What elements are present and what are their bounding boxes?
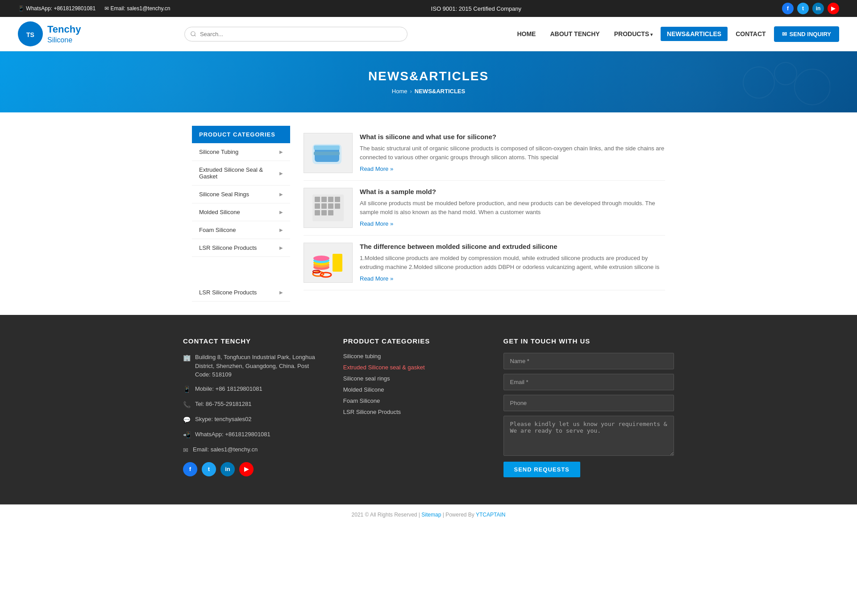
form-name-input[interactable] <box>503 353 674 369</box>
article-excerpt: 1.Molded silicone products are molded by… <box>360 254 665 271</box>
whatsapp-icon: 📲 <box>183 430 191 440</box>
footer-skype-row: 💬 Skype: tenchysales02 <box>183 415 325 425</box>
footer-contact-title: CONTACT TENCHY <box>183 337 325 345</box>
read-more-link[interactable]: Read More » <box>360 220 393 227</box>
footer-mobile-row: 📱 Mobile: +86 18129801081 <box>183 384 325 394</box>
nav-products[interactable]: PRODUCTS <box>608 27 659 41</box>
chevron-right-icon: ▶ <box>279 245 283 250</box>
footer-product-link-lsr[interactable]: LSR Silicone Products <box>343 409 486 415</box>
linkedin-icon[interactable]: in <box>812 3 824 14</box>
chevron-right-icon: ▶ <box>279 290 283 295</box>
email-icon: ✉ <box>183 446 188 455</box>
form-phone-input[interactable] <box>503 395 674 411</box>
search-container <box>184 27 408 41</box>
nav-about[interactable]: ABOUT TENCHY <box>544 27 606 41</box>
article-item: What is a sample mold? All silicone prod… <box>304 181 665 236</box>
search-input[interactable] <box>184 27 408 41</box>
footer-grid: CONTACT TENCHY 🏢 Building 8, Tongfucun I… <box>183 337 674 477</box>
footer-linkedin-icon[interactable]: in <box>220 462 235 476</box>
twitter-icon[interactable]: t <box>797 3 809 14</box>
article-title: What is silicone and what use for silico… <box>360 133 665 141</box>
article-image <box>304 243 353 283</box>
footer-email-row: ✉ Email: sales1@tenchy.cn <box>183 445 325 455</box>
youtube-icon[interactable]: ▶ <box>828 3 839 14</box>
chevron-right-icon: ▶ <box>279 227 283 232</box>
sidebar-item-silicone-tubing[interactable]: Silicone Tubing ▶ <box>192 143 290 161</box>
contact-form: SEND REQUESTS <box>503 353 674 477</box>
article-excerpt: The basic structural unit of organic sil… <box>360 144 665 161</box>
sidebar-item-seal-rings[interactable]: Silicone Seal Rings ▶ <box>192 186 290 203</box>
send-requests-button[interactable]: SEND REQUESTS <box>503 462 580 477</box>
hero-banner: NEWS&ARTICLES Home › NEWS&ARTICLES <box>0 51 857 112</box>
footer-whatsapp-row: 📲 WhatsApp: +8618129801081 <box>183 430 325 440</box>
chevron-right-icon: ▶ <box>279 192 283 197</box>
footer-product-link-molded[interactable]: Molded Silicone <box>343 386 486 393</box>
article-image <box>304 133 353 173</box>
sidebar-item-lsr-products-2[interactable]: LSR Silicone Products ▶ <box>192 284 290 302</box>
article-content: What is silicone and what use for silico… <box>360 133 665 173</box>
logo-text: Tenchy Silicone <box>47 24 81 44</box>
svg-rect-20 <box>328 210 333 215</box>
svg-rect-18 <box>315 210 320 215</box>
svg-text:TS: TS <box>26 31 34 38</box>
nav-news[interactable]: NEWS&ARTICLES <box>661 27 728 41</box>
footer-products-title: PRODUCT CATEGORIES <box>343 337 486 345</box>
footer-facebook-icon[interactable]: f <box>183 462 197 476</box>
breadcrumb-separator: › <box>410 88 412 95</box>
svg-rect-11 <box>321 197 327 202</box>
svg-rect-19 <box>321 210 327 215</box>
article-content: What is a sample mold? All silicone prod… <box>360 188 665 228</box>
svg-rect-8 <box>314 152 340 155</box>
form-message-textarea[interactable] <box>503 416 674 456</box>
read-more-link[interactable]: Read More » <box>360 275 393 282</box>
footer-product-link-foam[interactable]: Foam Silicone <box>343 397 486 404</box>
chevron-right-icon: ▶ <box>279 210 283 215</box>
sidebar-item-lsr-products[interactable]: LSR Silicone Products ▶ <box>192 239 290 257</box>
footer-tel-row: 📞 Tel: 86-755-29181281 <box>183 400 325 409</box>
sitemap-link[interactable]: Sitemap <box>421 512 441 518</box>
footer-social-links: f t in ▶ <box>183 462 325 476</box>
articles-section: What is silicone and what use for silico… <box>304 126 665 302</box>
footer-bottom: 2021 © All Rights Reserved | Sitemap | P… <box>0 504 857 525</box>
svg-rect-13 <box>335 197 340 202</box>
breadcrumb: Home › NEWS&ARTICLES <box>9 88 848 95</box>
sidebar-item-molded-silicone[interactable]: Molded Silicone ▶ <box>192 203 290 221</box>
chevron-right-icon: ▶ <box>279 171 283 176</box>
article-title: The difference between molded silicone a… <box>360 243 665 250</box>
footer-product-link-seal-rings[interactable]: Silicone seal rings <box>343 375 486 382</box>
top-bar: 📱 WhatsApp: +8618129801081 ✉ Email: sale… <box>0 0 857 17</box>
main-nav: HOME ABOUT TENCHY PRODUCTS NEWS&ARTICLES… <box>511 26 839 42</box>
nav-contact[interactable]: CONTACT <box>729 27 772 41</box>
svg-rect-17 <box>335 203 340 209</box>
article-image <box>304 188 353 228</box>
mobile-icon: 📱 <box>183 385 191 394</box>
svg-rect-15 <box>321 203 327 209</box>
send-inquiry-button[interactable]: ✉ SEND INQUIRY <box>774 26 839 42</box>
svg-rect-26 <box>333 254 342 272</box>
footer-contact-section: CONTACT TENCHY 🏢 Building 8, Tongfucun I… <box>183 337 325 477</box>
header: TS Tenchy Silicone HOME ABOUT TENCHY PRO… <box>0 17 857 51</box>
building-icon: 🏢 <box>183 353 191 363</box>
breadcrumb-home[interactable]: Home <box>392 88 408 95</box>
footer-twitter-icon[interactable]: t <box>202 462 216 476</box>
main-content: PRODUCT CATEGORIES Silicone Tubing ▶ Ext… <box>183 126 674 302</box>
form-email-input[interactable] <box>503 374 674 390</box>
nav-home[interactable]: HOME <box>511 27 542 41</box>
sidebar-item-extruded-silicone[interactable]: Extruded Silicone Seal & Gasket ▶ <box>192 161 290 186</box>
iso-badge: ISO 9001: 2015 Certified Company <box>431 5 521 12</box>
read-more-link[interactable]: Read More » <box>360 165 393 172</box>
footer-form-title: GET IN TOUCH WITH US <box>503 337 674 345</box>
footer-youtube-icon[interactable]: ▶ <box>239 462 254 476</box>
footer-address-row: 🏢 Building 8, Tongfucun Industrial Park,… <box>183 353 325 379</box>
footer-contact-form-section: GET IN TOUCH WITH US SEND REQUESTS <box>503 337 674 477</box>
logo[interactable]: TS Tenchy Silicone <box>18 21 81 46</box>
svg-rect-16 <box>328 203 333 209</box>
footer: CONTACT TENCHY 🏢 Building 8, Tongfucun I… <box>0 315 857 504</box>
footer-product-link[interactable]: Silicone tubing <box>343 353 486 360</box>
article-content: The difference between molded silicone a… <box>360 243 665 283</box>
ytcaptain-link[interactable]: YTCAPTAIN <box>476 512 505 518</box>
facebook-icon[interactable]: f <box>782 3 794 14</box>
logo-icon: TS <box>18 21 43 46</box>
footer-product-link-extruded[interactable]: Extruded Silicone seal & gasket <box>343 364 486 371</box>
sidebar-item-foam-silicone[interactable]: Foam Silicone ▶ <box>192 221 290 239</box>
